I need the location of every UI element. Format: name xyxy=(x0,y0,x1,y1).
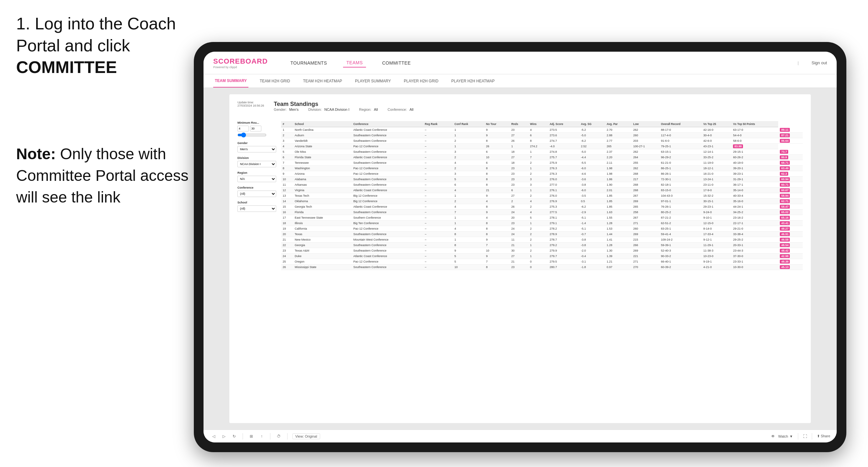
table-cell: 215 xyxy=(631,237,659,243)
table-cell: Texas A&M xyxy=(293,248,351,253)
table-cell: 42-6-0 xyxy=(702,138,731,144)
table-cell: 19 xyxy=(281,226,293,231)
table-cell: 17-33-4 xyxy=(702,231,731,237)
table-cell: Southeastern Conference xyxy=(352,149,423,155)
division-filter: Division: NCAA Division I xyxy=(308,107,349,112)
table-cell: -3.8 xyxy=(579,182,605,188)
table-cell: – xyxy=(423,243,453,248)
table-cell: 2 xyxy=(510,198,528,204)
toolbar-reload-icon[interactable]: ↻ xyxy=(231,433,238,440)
table-cell: Pac-12 Conference xyxy=(352,166,423,171)
table-cell: 8 xyxy=(485,231,510,237)
table-cell: 1.44 xyxy=(605,231,631,237)
toolbar-clock-icon[interactable]: ⏱ xyxy=(275,433,282,440)
share-button[interactable]: ⬆ Share xyxy=(817,434,830,438)
table-cell: 4 xyxy=(281,144,293,149)
col-avg-sg: Avg. SG xyxy=(579,121,605,127)
table-cell: 21 xyxy=(485,188,510,193)
sub-nav-player-summary[interactable]: PLAYER SUMMARY xyxy=(353,74,393,88)
table-cell: 60-39-2 xyxy=(659,264,702,270)
gender-select[interactable]: Men's xyxy=(238,146,276,152)
table-cell: 1.98 xyxy=(605,166,631,171)
update-time: Update time: 27/03/2024 16:56:26 xyxy=(238,101,264,107)
sub-nav-player-h2h-heatmap[interactable]: PLAYER H2H HEATMAP xyxy=(450,74,496,88)
table-cell: 262 xyxy=(631,166,659,171)
table-cell: 17-9-0 xyxy=(702,188,731,193)
table-layout: Minimum Rou... Gender xyxy=(238,121,803,270)
tablet-screen: SCOREBOARD Powered by clippd TOURNAMENTS… xyxy=(204,52,837,442)
table-cell: 1.28 xyxy=(605,243,631,248)
table-cell: Big 12 Conference xyxy=(352,198,423,204)
table-cell: 15-32-2 xyxy=(702,193,731,198)
table-cell: Southeastern Conference xyxy=(352,133,423,138)
table-cell: 29-21-0 xyxy=(731,226,778,231)
table-cell: 9 xyxy=(485,133,510,138)
toolbar-fullscreen-icon[interactable]: ⛶ xyxy=(803,434,807,439)
table-cell: 1 xyxy=(453,221,485,226)
table-cell: 60-26-2 xyxy=(731,155,778,160)
min-rounds-input-2[interactable] xyxy=(250,126,261,131)
table-cell: – xyxy=(423,215,453,221)
table-cell: 31-29-1 xyxy=(731,177,778,182)
table-cell: 10-30-0 xyxy=(731,264,778,270)
division-select[interactable]: NCAA Division I xyxy=(238,161,276,167)
toolbar-bookmark-icon[interactable]: ⊞ xyxy=(248,433,255,440)
toolbar-back-icon[interactable]: ◁ xyxy=(210,433,217,440)
sub-nav-player-h2h-grid[interactable]: PLAYER H2H GRID xyxy=(402,74,440,88)
sign-out-button[interactable]: Sign out xyxy=(811,60,827,65)
min-rounds-input-1[interactable] xyxy=(238,126,249,131)
table-cell: 10 xyxy=(453,264,485,270)
table-cell: 26 xyxy=(510,138,528,144)
table-cell: 10 xyxy=(281,177,293,182)
sub-nav-team-h2h-heatmap[interactable]: TEAM H2H HEATMAP xyxy=(301,74,344,88)
table-cell: 1.85 xyxy=(605,198,631,204)
view-original-button[interactable]: View: Original xyxy=(292,433,320,439)
nav-tournaments[interactable]: TOURNAMENTS xyxy=(287,59,330,67)
table-cell: 9 xyxy=(485,237,510,243)
table-cell: -6.0 xyxy=(579,188,605,193)
table-cell: 82-18-1 xyxy=(659,182,702,188)
sub-nav-team-h2h-grid[interactable]: TEAM H2H GRID xyxy=(258,74,292,88)
table-cell: 24 xyxy=(510,210,528,215)
nav-committee[interactable]: COMMITTEE xyxy=(379,59,414,67)
table-cell: 8 xyxy=(528,138,548,144)
table-cell: 24 xyxy=(510,226,528,231)
conference-select[interactable]: (All) xyxy=(238,191,276,197)
app-header: SCOREBOARD Powered by clippd TOURNAMENTS… xyxy=(204,52,837,74)
table-cell: 270 xyxy=(631,264,659,270)
eye-icon: 👁 xyxy=(771,434,775,439)
table-cell: 4 xyxy=(453,226,485,231)
table-cell: – xyxy=(423,149,453,155)
table-cell: 34-25-2 xyxy=(731,210,778,215)
school-select[interactable]: (All) xyxy=(238,206,276,212)
table-cell: 7 xyxy=(528,155,548,160)
table-cell: 23 xyxy=(510,182,528,188)
table-cell: Southeastern Conference xyxy=(352,231,423,237)
nav-teams[interactable]: TEAMS xyxy=(343,58,366,67)
sub-nav-team-summary[interactable]: TEAM SUMMARY xyxy=(213,74,248,88)
table-cell: Pac-12 Conference xyxy=(352,171,423,177)
table-cell: 13-24-1 xyxy=(702,177,731,182)
col-school: School xyxy=(293,121,351,127)
toolbar-share-small-icon[interactable]: ↑ xyxy=(258,433,265,440)
watch-button[interactable]: Watch ▼ xyxy=(778,434,793,438)
table-cell: 1 xyxy=(528,243,548,248)
table-cell: 8 xyxy=(485,171,510,177)
table-row: 12VirginiaAtlantic Coast Conference–4216… xyxy=(281,188,803,193)
rounds-range[interactable] xyxy=(238,132,267,137)
table-row: 16FloridaSoutheastern Conference–7924427… xyxy=(281,210,803,215)
toolbar-forward-icon[interactable]: ▷ xyxy=(220,433,227,440)
table-cell: 276.9 xyxy=(548,198,579,204)
region-select[interactable]: N/A xyxy=(238,176,276,182)
table-cell: 9 xyxy=(453,248,485,253)
table-cell: 2 xyxy=(453,138,485,144)
table-cell: 21 xyxy=(281,237,293,243)
table-cell: 8-14-0 xyxy=(702,226,731,231)
table-cell: 8 xyxy=(453,231,485,237)
table-cell: 262 xyxy=(631,149,659,155)
table-cell: Southeastern Conference xyxy=(352,138,423,144)
step-text: 1. Log into the Coach Portal and click C… xyxy=(16,13,194,79)
table-cell: 1.53 xyxy=(605,226,631,231)
table-header-row: # School Conference Reg Rank Conf Rank N… xyxy=(281,121,803,127)
table-cell: 0 xyxy=(528,264,548,270)
